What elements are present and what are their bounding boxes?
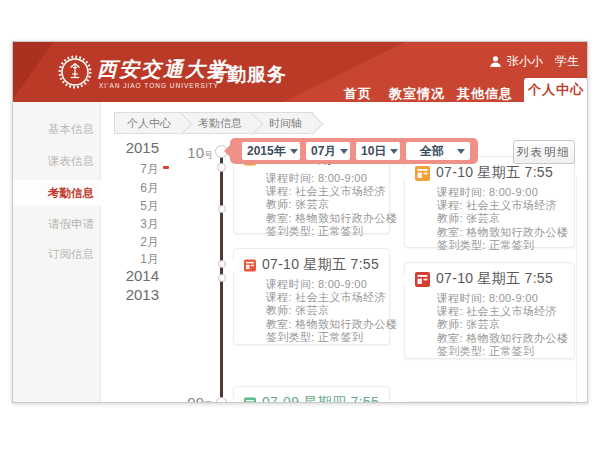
- calendar-icon: [244, 258, 256, 273]
- timeline-month-3[interactable]: 3月: [113, 216, 159, 233]
- timeline-node: [217, 163, 226, 172]
- attendance-card[interactable]: 07-10 星期五 7:55 课程时间: 8:00-9:00 课程: 社会主义市…: [404, 262, 575, 359]
- timeline-month-7[interactable]: 7月: [113, 161, 159, 178]
- card-line: 课程时间: 8:00-9:00: [266, 172, 379, 185]
- timeline-node: [218, 274, 226, 282]
- service-title: 考勤服务: [207, 62, 287, 88]
- university-name-en: XI'AN JIAO TONG UNIVERSITY: [99, 82, 219, 89]
- sidebar-item-subscription-info[interactable]: 订阅信息: [13, 241, 101, 267]
- breadcrumb-attendance-info[interactable]: 考勤信息: [182, 112, 253, 134]
- current-month-marker: [163, 166, 169, 169]
- app-window: 西安交通大学 XI'AN JIAO TONG UNIVERSITY 考勤服务 张…: [12, 41, 588, 403]
- timeline-node: [218, 260, 226, 268]
- card-line: 教师: 张芸京: [437, 318, 564, 331]
- timeline-month-6[interactable]: 6月: [113, 180, 159, 197]
- calendar-icon: [415, 166, 430, 181]
- card-line: 教师: 张芸京: [437, 212, 564, 225]
- card-line: 课程时间: 8:00-9:00: [437, 186, 564, 199]
- card-line: 签到类型: 正常签到: [437, 345, 564, 358]
- user-role: 学生: [555, 53, 579, 70]
- caret-down-icon: [340, 149, 348, 154]
- card-line: 课程: 社会主义市场经济: [437, 305, 564, 318]
- calendar-icon: [415, 272, 430, 287]
- card-line: 课程: 社会主义市场经济: [437, 199, 564, 212]
- timeline-node: [216, 397, 227, 404]
- user-icon: [489, 55, 502, 68]
- day-select[interactable]: 10日: [356, 142, 400, 160]
- card-line: 教室: 格物致知行政办公楼: [266, 318, 379, 331]
- content-right-divider: [576, 176, 577, 403]
- breadcrumb-personal-center[interactable]: 个人中心: [114, 112, 182, 134]
- sidebar-item-attendance-info[interactable]: 考勤信息: [13, 180, 101, 206]
- attendance-card[interactable]: 07-10 星期五 7:55 课程时间: 8:00-9:00 课程: 社会主义市…: [404, 156, 575, 248]
- nav-other-info[interactable]: 其他信息: [457, 85, 513, 102]
- timeline-month-1[interactable]: 1月: [113, 251, 159, 268]
- university-logo-icon: [57, 54, 93, 90]
- attendance-card[interactable]: 07-10 星期五 7:55 课程时间: 8:00-9:00 课程: 社会主义市…: [233, 248, 390, 345]
- timeline-month-2[interactable]: 2月: [113, 234, 159, 251]
- nav-home[interactable]: 首页: [344, 85, 372, 102]
- card-line: 教室: 格物致知行政办公楼: [437, 226, 564, 239]
- breadcrumb: 个人中心 考勤信息 时间轴: [114, 112, 313, 134]
- sidebar-item-leave-request[interactable]: 请假申请: [13, 211, 101, 237]
- sidebar-item-basic-info[interactable]: 基本信息: [13, 116, 101, 142]
- card-line: 签到类型: 正常签到: [437, 239, 564, 252]
- timeline-node: [218, 205, 226, 213]
- day-group-label-09: 09号: [179, 394, 213, 403]
- date-filter-bar: 2015年 07月 10日 全部: [230, 138, 478, 164]
- card-line: 教师: 张芸京: [266, 304, 379, 317]
- attendance-card-partial[interactable]: [404, 401, 575, 403]
- timeline-year-2013[interactable]: 2013: [113, 286, 159, 303]
- month-select[interactable]: 07月: [306, 142, 350, 160]
- nav-personal-center-active-tab[interactable]: 个人中心: [524, 78, 588, 102]
- caret-down-icon: [457, 149, 465, 154]
- card-line: 教室: 格物致知行政办公楼: [266, 212, 379, 225]
- card-title: 07-10 星期五 7:55: [262, 256, 379, 274]
- type-select[interactable]: 全部: [406, 142, 470, 160]
- card-line: 教师: 张芸京: [266, 198, 379, 211]
- card-title: 07-09 星期四 7:55: [262, 394, 379, 403]
- card-line: 签到类型: 正常签到: [266, 331, 379, 344]
- timeline-month-5[interactable]: 5月: [113, 198, 159, 215]
- user-info[interactable]: 张小小 学生: [489, 53, 579, 70]
- attendance-card[interactable]: 07-09 星期四 7:55: [233, 386, 390, 403]
- nav-classrooms[interactable]: 教室情况: [389, 85, 445, 102]
- user-name: 张小小: [507, 53, 543, 70]
- timeline-year-2014[interactable]: 2014: [113, 267, 159, 284]
- calendar-icon: [244, 396, 256, 404]
- day-group-label-10: 10号: [179, 144, 213, 162]
- card-title: 07-10 星期五 7:55: [436, 164, 553, 182]
- card-line: 课程时间: 8:00-9:00: [266, 278, 379, 291]
- list-detail-button[interactable]: 列表明细: [513, 140, 575, 164]
- card-line: 课程时间: 8:00-9:00: [437, 292, 564, 305]
- sidebar-item-schedule-info[interactable]: 课表信息: [13, 148, 101, 174]
- card-line: 签到类型: 正常签到: [266, 225, 379, 238]
- sidebar: 基本信息 课表信息 考勤信息 请假申请 订阅信息: [13, 102, 101, 403]
- caret-down-icon: [290, 149, 298, 154]
- card-line: 教室: 格物致知行政办公楼: [437, 332, 564, 345]
- card-title: 07-10 星期五 7:55: [436, 270, 553, 288]
- card-line: 课程: 社会主义市场经济: [266, 291, 379, 304]
- year-select[interactable]: 2015年: [242, 142, 300, 160]
- timeline-year-2015[interactable]: 2015: [113, 139, 159, 156]
- card-line: 课程: 社会主义市场经济: [266, 185, 379, 198]
- caret-down-icon: [390, 149, 398, 154]
- app-header: 西安交通大学 XI'AN JIAO TONG UNIVERSITY 考勤服务 张…: [13, 42, 588, 102]
